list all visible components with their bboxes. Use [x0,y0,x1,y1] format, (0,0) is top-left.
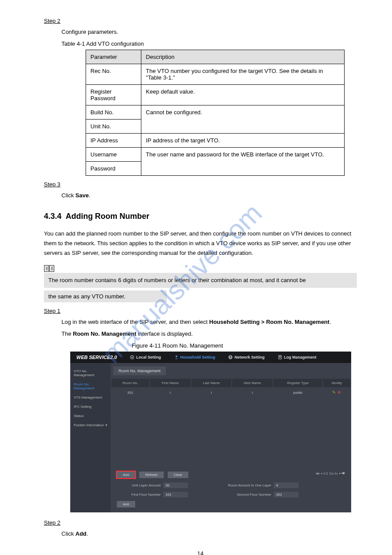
tab-room-no[interactable]: Room No. Management [113,366,166,375]
pager[interactable]: ⏮ ◀ 1/1 Go to ▶ ➜ [316,472,345,475]
people-icon [174,355,179,359]
room-table: Room No. First Name Last Name Nick Name … [111,378,351,398]
pager-prev-icon[interactable]: ◀ [320,472,322,475]
room-amount-input[interactable] [274,482,298,488]
th-room-no: Room No. [111,379,149,387]
note-text-1: The room number contains 6 digits of num… [44,273,357,288]
step1-line1: Log in the web interface of the SIP serv… [61,319,357,325]
nav-log-management[interactable]: Log Management [278,355,316,359]
table-row: Rec No. The VTO number you configured fo… [86,64,345,85]
table-row: Register Password Keep default value. [86,85,345,105]
ss-sidebar: VTO No. Management Room No. Management V… [70,363,111,512]
table-row: Build No. Cannot be configured. [86,105,345,120]
refresh-button[interactable]: Refresh [139,472,164,478]
note-text-2: the same as any VTO number. [44,290,167,302]
th-nick-name: Nick Name [232,379,273,387]
field-unit-layer: Unit Layer Amount [117,482,188,488]
step1-label: Step 1 [44,308,357,314]
app-logo: WEB SERVICE2.0 [76,355,117,360]
nav-network-setting[interactable]: Network Setting [228,355,265,359]
pager-first-icon[interactable]: ⏮ [316,472,320,475]
room-row: 201 l l l public ✎ ✖ [111,388,350,397]
document-icon [278,355,282,359]
sidebar-item-vto-no[interactable]: VTO No. Management [73,366,108,380]
nav-household-setting[interactable]: Household Setting [174,355,216,359]
sidebar-item-status[interactable]: Status [73,411,108,421]
chevron-down-icon: ▾ [105,423,107,427]
clear-button[interactable]: Clear [168,472,188,478]
second-floor-input[interactable] [274,492,298,497]
figure-caption: Figure 4-11 Room No. Management [132,342,357,349]
first-floor-input[interactable] [163,492,188,497]
table-caption: Table 4-1 Add VTO configuration [61,40,357,47]
delete-icon[interactable]: ✖ [338,390,341,395]
th-modify: Modify [323,379,350,387]
edit-icon[interactable]: ✎ [332,390,336,395]
field-first-floor: First Floor Number [117,492,188,497]
step2b-desc: Click Add. [61,530,357,537]
field-room-amount: Room Amount in One Layer [210,482,298,488]
step2-desc: Configure parameters. [61,29,357,35]
params-table: Parameter Description Rec No. The VTO nu… [86,50,345,176]
step3-desc: Click Save. [61,192,357,199]
page-number: 14 [44,550,357,555]
th-first-name: First Name [150,379,191,387]
th-last-name: Last Name [191,379,231,387]
svg-point-10 [132,357,133,358]
svg-point-11 [176,355,177,357]
step1-line2: The Room No. Management interface is dis… [61,330,357,337]
step2b-label: Step 2 [44,519,357,526]
pager-go-icon[interactable]: ➜ [342,472,345,475]
add-button-2[interactable]: Add [117,501,135,508]
sidebar-item-ipc[interactable]: IPC Setting [73,402,108,411]
globe-icon [228,355,233,359]
step3-label: Step 3 [44,181,357,188]
screenshot-figure: WEB SERVICE2.0 Local Setting Household S… [70,352,351,512]
ss-main: Room No. Management Room No. First Name … [111,363,351,512]
field-second-floor: Second Floor Number [210,492,298,497]
th-description: Description [141,50,345,64]
nav-local-setting[interactable]: Local Setting [130,355,161,359]
sidebar-item-publish[interactable]: Publish Information▾ [73,421,108,430]
ss-bottom-bar: Add Refresh Clear ⏮ ◀ 1/1 Go to ▶ ➜ Unit… [111,468,351,511]
pager-next-icon[interactable]: ▶ [339,472,341,475]
th-parameter: Parameter [86,50,141,64]
unit-layer-input[interactable] [163,482,188,488]
table-row: Username The user name and password for … [86,148,345,162]
section-body: You can add the planned room number to t… [44,229,357,258]
add-button[interactable]: Add [117,472,135,478]
note-book-icon [44,264,55,273]
sidebar-item-room-no[interactable]: Room No. Management [73,380,108,393]
th-register-type: Register Type [273,379,323,387]
table-row: IP Address IP address of the target VTO. [86,134,345,148]
section-title: 4.3.4 Adding Room Number [44,212,357,221]
sidebar-item-vts[interactable]: VTS Management [73,393,108,402]
ss-topbar: WEB SERVICE2.0 Local Setting Household S… [70,352,351,363]
step2-label: Step 2 [44,18,357,24]
gear-icon [130,355,134,359]
